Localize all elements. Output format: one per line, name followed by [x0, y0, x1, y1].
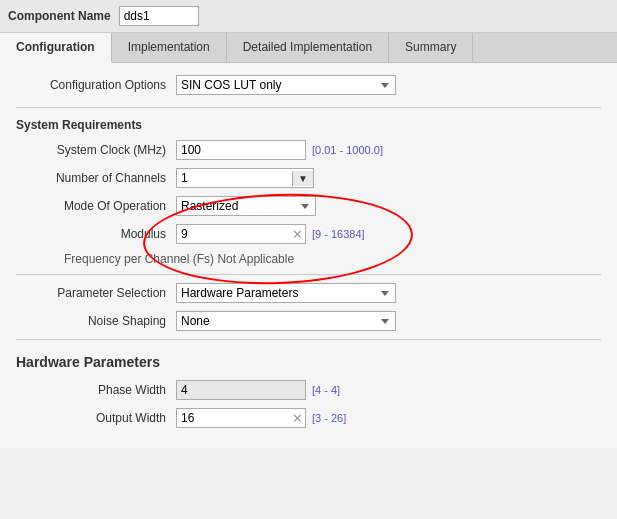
output-width-control: ✕ [3 - 26] [176, 408, 346, 428]
hardware-parameters-title: Hardware Parameters [16, 354, 601, 370]
channels-dropdown[interactable]: ▼ [176, 168, 314, 188]
parameter-selection-select[interactable]: Hardware Parameters [176, 283, 396, 303]
system-clock-control: [0.01 - 1000.0] [176, 140, 383, 160]
mode-operation-label: Mode Of Operation [16, 199, 176, 213]
output-width-input-wrapper: ✕ [176, 408, 306, 428]
separator-1 [16, 107, 601, 108]
channels-row: Number of Channels ▼ [16, 168, 601, 188]
separator-2 [16, 274, 601, 275]
phase-width-label: Phase Width [16, 383, 176, 397]
parameter-selection-control: Hardware Parameters [176, 283, 396, 303]
channels-input[interactable] [177, 169, 292, 187]
mode-operation-row: Mode Of Operation Rasterized Standard [16, 196, 601, 216]
parameter-selection-row: Parameter Selection Hardware Parameters [16, 283, 601, 303]
noise-shaping-label: Noise Shaping [16, 314, 176, 328]
output-width-input[interactable] [176, 408, 306, 428]
output-width-clear-button[interactable]: ✕ [292, 412, 303, 425]
modulus-range: [9 - 16384] [312, 228, 365, 240]
phase-width-input[interactable] [176, 380, 306, 400]
noise-shaping-control: None [176, 311, 396, 331]
config-options-select[interactable]: SIN COS LUT only [176, 75, 396, 95]
separator-3 [16, 339, 601, 340]
system-clock-row: System Clock (MHz) [0.01 - 1000.0] [16, 140, 601, 160]
output-width-range: [3 - 26] [312, 412, 346, 424]
modulus-input-wrapper: ✕ [176, 224, 306, 244]
output-width-label: Output Width [16, 411, 176, 425]
modulus-row: Modulus ✕ [9 - 16384] [16, 224, 601, 244]
tab-detailed-implementation[interactable]: Detailed Implementation [227, 33, 389, 62]
frequency-note: Frequency per Channel (Fs) Not Applicabl… [64, 252, 601, 266]
content-area: Configuration Options SIN COS LUT only S… [0, 63, 617, 448]
config-options-label: Configuration Options [16, 78, 176, 92]
output-width-row: Output Width ✕ [3 - 26] [16, 408, 601, 428]
oval-group: Mode Of Operation Rasterized Standard Mo… [16, 196, 601, 244]
tab-summary[interactable]: Summary [389, 33, 473, 62]
modulus-control: ✕ [9 - 16384] [176, 224, 365, 244]
modulus-input[interactable] [176, 224, 306, 244]
phase-width-row: Phase Width [4 - 4] [16, 380, 601, 400]
system-requirements-section: System Requirements System Clock (MHz) [… [16, 118, 601, 266]
phase-width-control: [4 - 4] [176, 380, 340, 400]
config-options-control: SIN COS LUT only [176, 75, 396, 95]
config-options-row: Configuration Options SIN COS LUT only [16, 75, 601, 95]
noise-shaping-select[interactable]: None [176, 311, 396, 331]
tab-implementation[interactable]: Implementation [112, 33, 227, 62]
channels-arrow-icon[interactable]: ▼ [292, 171, 313, 186]
noise-shaping-row: Noise Shaping None [16, 311, 601, 331]
system-clock-input[interactable] [176, 140, 306, 160]
parameter-selection-label: Parameter Selection [16, 286, 176, 300]
hardware-parameters-section: Hardware Parameters Phase Width [4 - 4] … [16, 354, 601, 428]
tab-configuration[interactable]: Configuration [0, 33, 112, 63]
phase-width-range: [4 - 4] [312, 384, 340, 396]
top-bar: Component Name [0, 0, 617, 33]
channels-label: Number of Channels [16, 171, 176, 185]
tabs-container: Configuration Implementation Detailed Im… [0, 33, 617, 63]
component-name-input[interactable] [119, 6, 199, 26]
component-name-label: Component Name [8, 9, 111, 23]
modulus-label: Modulus [16, 227, 176, 241]
system-clock-label: System Clock (MHz) [16, 143, 176, 157]
channels-control: ▼ [176, 168, 314, 188]
mode-operation-control: Rasterized Standard [176, 196, 316, 216]
system-requirements-title: System Requirements [16, 118, 601, 132]
system-clock-range: [0.01 - 1000.0] [312, 144, 383, 156]
modulus-clear-button[interactable]: ✕ [292, 228, 303, 241]
mode-operation-select[interactable]: Rasterized Standard [176, 196, 316, 216]
